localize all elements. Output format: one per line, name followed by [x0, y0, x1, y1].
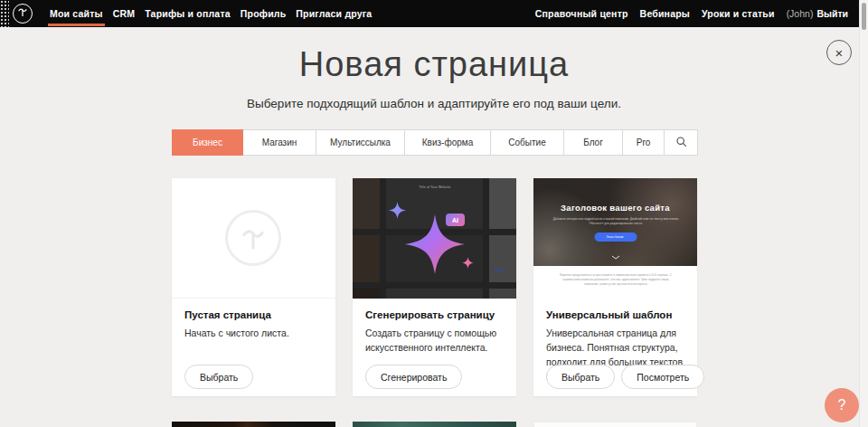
tilda-mark-icon [16, 5, 29, 22]
nav-my-sites-label: Мои сайты [50, 8, 103, 19]
preview-paragraph: Коротко представьтесь и расскажите о ком… [558, 272, 673, 299]
chevron-down-icon [611, 247, 620, 263]
template-card-partial[interactable] [353, 422, 516, 427]
secondary-nav: Справочный центр Вебинары Уроки и статьи… [535, 0, 848, 27]
search-icon [675, 136, 687, 149]
view-button[interactable]: Посмотреть [621, 365, 704, 389]
template-category-tabs: Бизнес Магазин Мультиссылка Квиз-форма С… [172, 129, 698, 156]
decorative-texture [0, 0, 9, 27]
tab-event[interactable]: Событие [491, 129, 564, 156]
card-title: Пустая страница [184, 309, 323, 320]
sparkle-pink-icon [462, 256, 474, 268]
tab-business[interactable]: Бизнес [172, 129, 243, 156]
card-body: Сгенерировать страницу Создать страницу … [353, 299, 516, 396]
choose-button[interactable]: Выбрать [546, 365, 615, 389]
card-title: Универсальный шаблон [546, 309, 684, 320]
tab-quiz-form[interactable]: Квиз-форма [405, 129, 491, 156]
template-card-partial[interactable] [172, 422, 335, 427]
nav-profile[interactable]: Профиль [241, 0, 287, 27]
card-description: Создать страницу с помощью искусственног… [365, 327, 504, 356]
card-actions: Сгенерировать [365, 365, 462, 389]
blank-page-thumbnail[interactable] [172, 178, 335, 299]
tab-search[interactable] [665, 129, 698, 156]
preview-cta-button: Узнать больше [594, 232, 637, 242]
template-card-blank: Пустая страница Начать с чистого листа. … [172, 178, 335, 396]
scrollbar-thumb[interactable] [862, 3, 866, 30]
nav-tariffs[interactable]: Тарифы и оплата [145, 0, 231, 27]
nav-webinars[interactable]: Вебинары [640, 0, 690, 27]
tilda-placeholder-icon [225, 210, 281, 266]
template-card-universal: Заголовок вашего сайта Добавьте интересн… [533, 178, 697, 396]
generate-button[interactable]: Сгенерировать [365, 365, 462, 389]
sparkle-small-icon [389, 202, 406, 219]
tab-blog[interactable]: Блог [564, 129, 623, 156]
nav-my-sites[interactable]: Мои сайты [50, 0, 103, 27]
scrollbar-track[interactable] [859, 0, 868, 427]
card-title: Сгенерировать страницу [365, 309, 504, 320]
tab-pro[interactable]: Pro [623, 129, 665, 156]
tilda-logo[interactable] [13, 4, 33, 24]
user-name: (John) [787, 8, 814, 19]
tab-shop[interactable]: Магазин [243, 129, 316, 156]
top-nav: Мои сайты CRM Тарифы и оплата Профиль Пр… [0, 0, 868, 27]
nav-help-center[interactable]: Справочный центр [535, 0, 628, 27]
choose-button[interactable]: Выбрать [184, 365, 253, 389]
preview-heading: Заголовок вашего сайта [533, 203, 697, 213]
card-actions: Выбрать Посмотреть [546, 365, 704, 389]
template-card-partial[interactable] [533, 422, 697, 427]
card-description: Начать с чистого листа. [184, 327, 323, 341]
page-title: Новая страница [0, 45, 868, 84]
nav-lessons[interactable]: Уроки и статьи [702, 0, 775, 27]
card-body: Универсальный шаблон Универсальная стран… [533, 299, 697, 396]
universal-template-thumbnail[interactable]: Заголовок вашего сайта Добавьте интересн… [533, 178, 697, 299]
user-area: (John) Выйти [787, 0, 848, 27]
nav-crm[interactable]: CRM [113, 0, 136, 27]
ai-generate-thumbnail[interactable]: Title of Your Website [353, 178, 516, 299]
card-actions: Выбрать [184, 365, 253, 389]
page-subtitle: Выберите подходящий шаблон и адаптируйте… [0, 97, 868, 110]
active-nav-underline [48, 24, 105, 26]
logout-link[interactable]: Выйти [816, 8, 848, 19]
nav-invite-friend[interactable]: Пригласи друга [296, 0, 372, 27]
ai-badge: AI [446, 214, 465, 226]
question-mark-icon: ? [838, 397, 846, 413]
card-body: Пустая страница Начать с чистого листа. … [172, 299, 335, 396]
tab-multilink[interactable]: Мультиссылка [316, 129, 405, 156]
preview-subtext: Добавьте интересные подробности о вашей … [550, 216, 681, 234]
template-body-preview: Коротко представьтесь и расскажите о ком… [533, 266, 697, 299]
app-window: Мои сайты CRM Тарифы и оплата Профиль Пр… [0, 0, 868, 427]
template-hero-preview: Заголовок вашего сайта Добавьте интересн… [533, 178, 697, 266]
primary-nav: Мои сайты CRM Тарифы и оплата Профиль Пр… [50, 0, 372, 27]
template-card-ai: Title of Your Website [353, 178, 516, 396]
help-button[interactable]: ? [825, 388, 859, 422]
